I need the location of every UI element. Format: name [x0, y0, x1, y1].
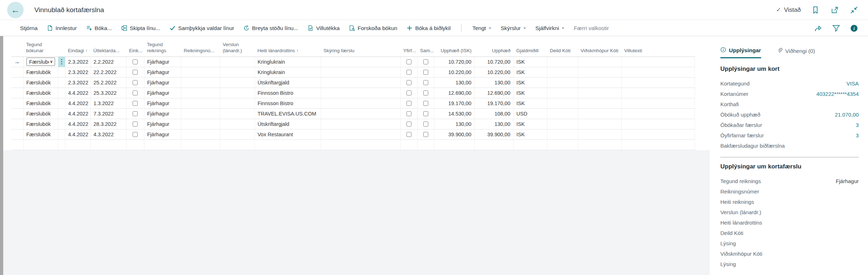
cell-vidskmhopur-koti[interactable] — [578, 108, 621, 119]
left-scrollbar[interactable] — [0, 36, 3, 275]
cell-gjaldmidill[interactable]: ISK — [513, 129, 547, 139]
cell-villutexti[interactable] — [621, 57, 695, 67]
cell-heiti-lanardrottins[interactable]: Kringlukrain — [255, 67, 321, 77]
cell-tegund-bokunar[interactable]: Færslubók — [23, 108, 58, 119]
cell-reikningsnumer[interactable] — [181, 98, 220, 108]
cell-deild-koti[interactable] — [547, 129, 578, 139]
cell-verslun[interactable] — [220, 108, 255, 119]
cell-tegund-bokunar[interactable]: Færslubók — [23, 129, 58, 139]
cell-sam[interactable] — [417, 119, 434, 129]
row-indicator[interactable] — [11, 119, 23, 129]
cell-upphaed-isk[interactable]: 12.690,00 — [434, 88, 474, 98]
cell-villutexti[interactable] — [621, 119, 695, 129]
cell-reikningsnumer[interactable] — [181, 67, 220, 77]
cell-vidskmhopur-koti[interactable] — [578, 88, 621, 98]
cell-skyring[interactable] — [321, 98, 400, 108]
cell-eink[interactable] — [126, 108, 144, 119]
column-header-12[interactable]: Upphæð — [474, 40, 513, 57]
cell-verslun[interactable] — [220, 57, 255, 67]
cell-verslun[interactable] — [220, 119, 255, 129]
cell-eindagi[interactable]: 4.4.2022 — [65, 119, 90, 129]
empty-cell[interactable] — [58, 139, 65, 150]
cell-eink[interactable] — [126, 129, 144, 139]
row-checkbox[interactable] — [406, 101, 411, 106]
column-header-11[interactable]: Upphæð (ISK) — [434, 40, 474, 57]
cell-skyring[interactable] — [321, 77, 400, 88]
cell-villutexti[interactable] — [621, 108, 695, 119]
toolbar-action-1[interactable]: Innlestur — [47, 25, 77, 31]
cell-skyring[interactable] — [321, 88, 400, 98]
cell-vidskmhopur-koti[interactable] — [578, 98, 621, 108]
table-row[interactable]: Færslubók4.4.202225.3.2022FjárhagurFinns… — [11, 88, 695, 98]
row-indicator[interactable] — [11, 88, 23, 98]
cell-deild-koti[interactable] — [547, 88, 578, 98]
table-row[interactable]: Færslubók4.4.202228.3.2022FjárhagurÚtskr… — [11, 119, 695, 129]
toolbar-action-3[interactable]: Skipta línu... — [121, 25, 160, 31]
row-indicator[interactable] — [11, 98, 23, 108]
cell-verslun[interactable] — [220, 67, 255, 77]
row-menu-cell[interactable] — [58, 119, 65, 129]
cell-upphaed[interactable]: 10.220,00 — [474, 67, 513, 77]
row-menu-cell[interactable] — [58, 57, 65, 67]
row-checkbox[interactable] — [133, 59, 138, 64]
empty-cell[interactable] — [547, 139, 578, 150]
cell-tegund-bokunar[interactable]: Færslubók — [23, 67, 58, 77]
cell-tegund-bokunar[interactable]: Færslubók∨ — [23, 57, 58, 67]
column-header-4[interactable]: Tegund reiknings — [144, 40, 181, 57]
popout-icon[interactable] — [830, 5, 839, 15]
cell-heiti-lanardrottins[interactable]: Útskriftargjald — [255, 77, 321, 88]
cell-deild-koti[interactable] — [547, 108, 578, 119]
cell-skyring[interactable] — [321, 67, 400, 77]
row-indicator[interactable] — [11, 129, 23, 139]
cell-sam[interactable] — [417, 77, 434, 88]
cell-vidskmhopur-koti[interactable] — [578, 57, 621, 67]
row-checkbox[interactable] — [406, 59, 411, 64]
panel-field-value[interactable]: 21.070,00 — [835, 112, 859, 118]
row-menu-cell[interactable] — [58, 88, 65, 98]
cell-upphaed-isk[interactable]: 14.530,00 — [434, 108, 474, 119]
cell-sam[interactable] — [417, 88, 434, 98]
cell-vidskmhopur-koti[interactable] — [578, 77, 621, 88]
cell-yfirf[interactable] — [400, 88, 417, 98]
row-menu-cell[interactable] — [58, 129, 65, 139]
cell-tegund-reiknings[interactable]: Fjárhagur — [144, 88, 181, 98]
column-header-0[interactable]: Tegund bókunar — [23, 40, 58, 57]
cell-tegund-reiknings[interactable]: Fjárhagur — [144, 77, 181, 88]
column-header-3[interactable]: Eink... — [126, 40, 144, 57]
empty-cell[interactable] — [578, 139, 621, 150]
cell-upphaed[interactable]: 108,00 — [474, 108, 513, 119]
cell-skyring[interactable] — [321, 119, 400, 129]
column-header-10[interactable]: Sam... — [417, 40, 434, 57]
cell-uttektardagur[interactable]: 28.3.2022 — [90, 119, 126, 129]
row-menu-cell[interactable] — [58, 67, 65, 77]
cell-upphaed[interactable]: 39.900,00 — [474, 129, 513, 139]
info-icon[interactable]: i — [849, 24, 859, 33]
panel-field-value[interactable]: VISA — [847, 80, 859, 87]
column-header-1[interactable]: Eindagi ↑ — [65, 40, 90, 57]
cell-reikningsnumer[interactable] — [181, 108, 220, 119]
row-checkbox[interactable] — [133, 132, 138, 137]
empty-cell[interactable] — [126, 139, 144, 150]
row-checkbox[interactable] — [423, 90, 428, 95]
cell-vidskmhopur-koti[interactable] — [578, 129, 621, 139]
cell-heiti-lanardrottins[interactable]: Finnsson Bistro — [255, 88, 321, 98]
empty-cell[interactable] — [621, 139, 695, 150]
toolbar-action-8[interactable]: Bóka á biðlykil — [406, 25, 450, 31]
row-menu-cell[interactable] — [58, 77, 65, 88]
empty-row[interactable] — [11, 139, 695, 150]
row-menu-cell[interactable] — [58, 108, 65, 119]
toolbar-menu-0[interactable]: Tengt∨ — [472, 25, 491, 31]
cell-yfirf[interactable] — [400, 129, 417, 139]
cell-gjaldmidill[interactable]: USD — [513, 108, 547, 119]
cell-gjaldmidill[interactable]: ISK — [513, 67, 547, 77]
cell-upphaed-isk[interactable]: 39.900,00 — [434, 129, 474, 139]
cell-uttektardagur[interactable]: 25.2.2022 — [90, 77, 126, 88]
column-header-16[interactable]: Villutexti — [621, 40, 695, 57]
row-checkbox[interactable] — [423, 70, 428, 75]
cell-verslun[interactable] — [220, 129, 255, 139]
cell-yfirf[interactable] — [400, 77, 417, 88]
cell-uttektardagur[interactable]: 4.3.2022 — [90, 129, 126, 139]
cell-reikningsnumer[interactable] — [181, 119, 220, 129]
toolbar-menu-1[interactable]: Skýrslur∨ — [500, 25, 526, 31]
panel-field-value[interactable]: 3 — [856, 122, 859, 128]
